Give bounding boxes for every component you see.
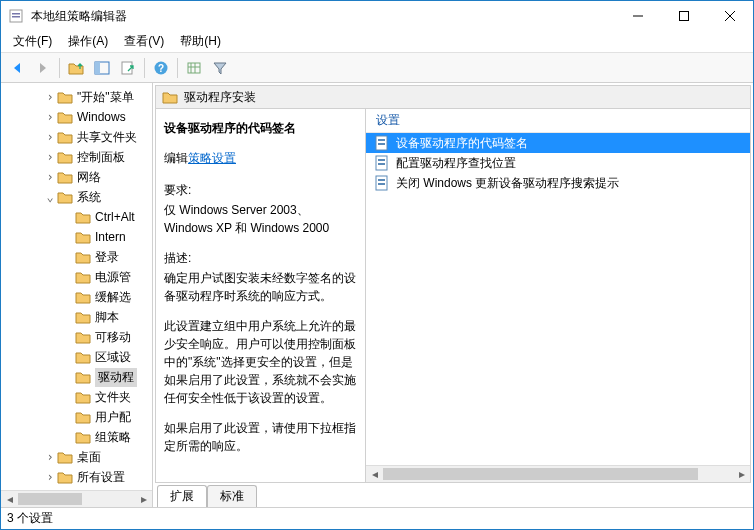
tree-item[interactable]: Ctrl+Alt — [1, 207, 152, 227]
scroll-thumb[interactable] — [383, 468, 698, 480]
settings-column-header[interactable]: 设置 — [366, 109, 750, 133]
tree-item-label: 电源管 — [95, 269, 131, 286]
tree-item[interactable]: 文件夹 — [1, 387, 152, 407]
tree-item-label: 控制面板 — [77, 149, 125, 166]
settings-item-label: 配置驱动程序查找位置 — [396, 155, 516, 172]
policy-icon — [374, 155, 390, 171]
tree-item[interactable]: Intern — [1, 227, 152, 247]
back-button[interactable] — [5, 56, 29, 80]
up-button[interactable] — [64, 56, 88, 80]
tab-standard[interactable]: 标准 — [207, 485, 257, 507]
scroll-left-icon[interactable]: ◂ — [366, 466, 383, 482]
tree-item[interactable]: 组策略 — [1, 427, 152, 447]
tab-extended[interactable]: 扩展 — [157, 485, 207, 507]
tree-item-label: 网络 — [77, 169, 101, 186]
tree-item-label: Windows — [77, 110, 126, 124]
tree-twisty[interactable]: › — [43, 170, 57, 184]
folder-icon — [75, 389, 91, 405]
description-title: 设备驱动程序的代码签名 — [164, 119, 357, 137]
options-button[interactable] — [182, 56, 206, 80]
scroll-track[interactable] — [383, 466, 733, 482]
scroll-thumb[interactable] — [18, 493, 82, 505]
tree-item[interactable]: 登录 — [1, 247, 152, 267]
filter-button[interactable] — [208, 56, 232, 80]
show-hide-tree-button[interactable] — [90, 56, 114, 80]
minimize-button[interactable] — [615, 1, 661, 31]
edit-label: 编辑 — [164, 151, 188, 165]
folder-icon — [57, 129, 73, 145]
settings-list-item[interactable]: 配置驱动程序查找位置 — [366, 153, 750, 173]
close-button[interactable] — [707, 1, 753, 31]
tree-item[interactable]: ›控制面板 — [1, 147, 152, 167]
settings-list-item[interactable]: 关闭 Windows 更新设备驱动程序搜索提示 — [366, 173, 750, 193]
description-body-3: 如果启用了此设置，请使用下拉框指定所需的响应。 — [164, 419, 357, 455]
menu-action[interactable]: 操作(A) — [62, 31, 114, 52]
tree-item[interactable]: 脚本 — [1, 307, 152, 327]
folder-icon — [57, 449, 73, 465]
tree-item[interactable]: ›桌面 — [1, 447, 152, 467]
tree-twisty[interactable]: › — [43, 90, 57, 104]
folder-icon — [75, 249, 91, 265]
tree-item[interactable]: ›"开始"菜单 — [1, 87, 152, 107]
view-tabs: 扩展 标准 — [153, 485, 753, 507]
menu-file[interactable]: 文件(F) — [7, 31, 58, 52]
settings-item-label: 关闭 Windows 更新设备驱动程序搜索提示 — [396, 175, 619, 192]
titlebar: 本地组策略编辑器 — [1, 1, 753, 31]
policy-icon — [374, 175, 390, 191]
forward-button[interactable] — [31, 56, 55, 80]
scroll-track[interactable] — [18, 491, 135, 507]
tree-body[interactable]: ›"开始"菜单›Windows›共享文件夹›控制面板›网络⌄系统Ctrl+Alt… — [1, 83, 152, 490]
edit-policy-link[interactable]: 策略设置 — [188, 151, 236, 165]
tree-item[interactable]: 缓解选 — [1, 287, 152, 307]
tree-item-label: 区域设 — [95, 349, 131, 366]
policy-icon — [374, 135, 390, 151]
tree-item[interactable]: ⌄系统 — [1, 187, 152, 207]
tree-item[interactable]: ›所有设置 — [1, 467, 152, 487]
menu-view[interactable]: 查看(V) — [118, 31, 170, 52]
tree-twisty[interactable]: › — [43, 450, 57, 464]
tree-item[interactable]: ›Windows — [1, 107, 152, 127]
tree-item[interactable]: 电源管 — [1, 267, 152, 287]
tree-hscrollbar[interactable]: ◂ ▸ — [1, 490, 152, 507]
settings-list-pane: 设置 设备驱动程序的代码签名配置驱动程序查找位置关闭 Windows 更新设备驱… — [366, 109, 750, 482]
tree-twisty[interactable]: › — [43, 470, 57, 484]
settings-list-body[interactable]: 设备驱动程序的代码签名配置驱动程序查找位置关闭 Windows 更新设备驱动程序… — [366, 133, 750, 465]
tree-twisty[interactable]: ⌄ — [43, 190, 57, 204]
folder-icon — [162, 89, 178, 105]
tree-twisty[interactable]: › — [43, 130, 57, 144]
content-header-label: 驱动程序安装 — [184, 89, 256, 106]
folder-icon — [75, 409, 91, 425]
content-pane: 驱动程序安装 设备驱动程序的代码签名 编辑策略设置 要求: 仅 Windows … — [153, 83, 753, 507]
tree-item-label: Ctrl+Alt — [95, 210, 135, 224]
tree-item-label: "开始"菜单 — [77, 89, 134, 106]
window-title: 本地组策略编辑器 — [31, 8, 615, 25]
folder-icon — [57, 189, 73, 205]
tree-item[interactable]: ›共享文件夹 — [1, 127, 152, 147]
requirements-label: 要求: — [164, 181, 357, 199]
tree-item[interactable]: 可移动 — [1, 327, 152, 347]
maximize-button[interactable] — [661, 1, 707, 31]
description-body-1: 确定用户试图安装未经数字签名的设备驱动程序时系统的响应方式。 — [164, 269, 357, 305]
tree-twisty[interactable]: › — [43, 150, 57, 164]
export-list-button[interactable] — [116, 56, 140, 80]
settings-list-item[interactable]: 设备驱动程序的代码签名 — [366, 133, 750, 153]
tree-item[interactable]: 区域设 — [1, 347, 152, 367]
scroll-right-icon[interactable]: ▸ — [733, 466, 750, 482]
tree-item-label: 驱动程 — [95, 368, 137, 387]
scroll-right-icon[interactable]: ▸ — [135, 491, 152, 508]
svg-rect-13 — [188, 63, 200, 73]
list-hscrollbar[interactable]: ◂ ▸ — [366, 465, 750, 482]
menu-help[interactable]: 帮助(H) — [174, 31, 227, 52]
tree-item[interactable]: 用户配 — [1, 407, 152, 427]
help-button[interactable]: ? — [149, 56, 173, 80]
folder-icon — [57, 169, 73, 185]
tree-item[interactable]: ›网络 — [1, 167, 152, 187]
svg-text:?: ? — [158, 63, 164, 74]
tree-item[interactable]: 驱动程 — [1, 367, 152, 387]
tree-twisty[interactable]: › — [43, 110, 57, 124]
tree-item-label: 文件夹 — [95, 389, 131, 406]
content-header: 驱动程序安装 — [155, 85, 751, 109]
tree-item-label: 桌面 — [77, 449, 101, 466]
scroll-left-icon[interactable]: ◂ — [1, 491, 18, 508]
menubar: 文件(F) 操作(A) 查看(V) 帮助(H) — [1, 31, 753, 53]
